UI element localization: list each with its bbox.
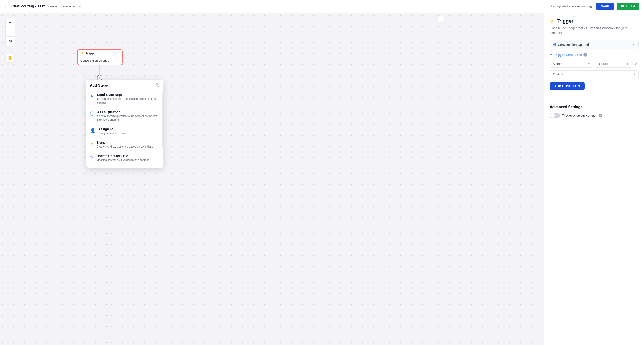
sidebar-trigger-icon: ⚡ (550, 19, 555, 24)
trigger-select-field[interactable]: ➊ Conversation Opened ▼ (550, 40, 638, 49)
step-assign-to-desc: Assign contact to a user (98, 131, 128, 135)
condition-source-select[interactable]: Source ▼ (550, 60, 593, 68)
contact-select-label: Contact (553, 73, 563, 76)
step-item-ask-question[interactable]: ⓘ Ask a Question Send a specific questio… (86, 108, 164, 125)
condition-operator-select[interactable]: is equal to ▼ (595, 60, 632, 68)
step-update-contact-name: Update Contact Field (96, 154, 148, 158)
step-send-message-name: Send a Message (97, 93, 160, 97)
step-branch-desc: Create workflow branches based on condit… (96, 145, 153, 149)
ask-question-icon: ⓘ (90, 111, 94, 117)
sidebar-collapse-button[interactable]: › (437, 16, 444, 23)
condition-source-chevron: ▼ (588, 62, 590, 66)
add-steps-title: Add Steps (90, 83, 108, 88)
toggle-knob (550, 113, 555, 118)
toggle-label: Trigger once per contact (562, 114, 596, 117)
trigger-node-icon: ⚡ (80, 51, 84, 55)
condition-row: Source ▼ is equal to ▼ ✕ (550, 60, 638, 68)
condition-remove-button[interactable]: ✕ (634, 61, 638, 67)
trigger-conditions-section: ▼ Trigger Conditions ? Source ▼ is equal… (550, 53, 638, 96)
step-item-send-message[interactable]: ► Send a Message Send a message with the… (86, 90, 164, 108)
sidebar-trigger-header: ⚡ Trigger (550, 18, 638, 24)
zoom-controls: + − ⊕ (6, 18, 15, 46)
add-condition-button[interactable]: ADD CONDITION (550, 82, 584, 90)
trigger-node-body: Conversation Opened (78, 57, 122, 64)
add-steps-header: Add Steps 🔍 (86, 80, 164, 90)
save-button[interactable]: SAVE (596, 3, 614, 10)
add-steps-popup: Add Steps 🔍 ► Send a Message Send a mess… (86, 80, 164, 168)
step-assign-to-name: Assign To (98, 127, 128, 131)
steps-list: ► Send a Message Send a message with the… (86, 90, 164, 165)
publish-button[interactable]: PUBLISH (616, 3, 640, 10)
sidebar-trigger-description: Choose the Trigger that will start this … (550, 26, 638, 36)
right-sidebar: ⚡ Trigger Choose the Trigger that will s… (544, 13, 644, 345)
header-left: ← Chat Routing - Test Serene - Newslette… (4, 4, 81, 9)
condition-source-label: Source (553, 62, 562, 66)
zoom-center-button[interactable]: ⊕ (6, 37, 15, 46)
sidebar-content: ⚡ Trigger Choose the Trigger that will s… (544, 13, 644, 124)
divider (550, 100, 638, 101)
contact-select-chevron: ▼ (633, 73, 636, 76)
send-message-icon: ► (90, 93, 94, 99)
step-branch-name: Branch (96, 141, 153, 144)
trigger-node-label: Trigger (86, 52, 96, 55)
zoom-out-button[interactable]: − (6, 28, 15, 37)
assign-to-icon: 👤 (90, 128, 96, 133)
header-title: Chat Routing - Test (11, 4, 44, 9)
step-ask-question-name: Ask a Question (97, 110, 160, 114)
contact-select[interactable]: Contact ▼ (550, 71, 638, 78)
sidebar-trigger-title: Trigger (556, 18, 574, 24)
conditions-title: Trigger Conditions (554, 53, 582, 57)
trigger-select-icon: ➊ (553, 43, 556, 47)
canvas[interactable]: › + − ⊕ ✋ ⚡ Trigger Conversation Opened … (0, 13, 544, 345)
conditions-chevron-icon: ▼ (550, 53, 552, 56)
branch-icon: ⚬ (90, 141, 94, 147)
step-item-assign-to[interactable]: 👤 Assign To Assign contact to a user (86, 125, 164, 138)
header-right: Last updated a few seconds ago SAVE PUBL… (551, 3, 640, 10)
connector-line (100, 66, 100, 76)
step-send-message-desc: Send a message with the specified conten… (97, 97, 160, 105)
conditions-header[interactable]: ▼ Trigger Conditions ? (550, 53, 638, 57)
step-item-branch[interactable]: ⚬ Branch Create workflow branches based … (86, 138, 164, 151)
popup-scrollbar (162, 93, 162, 148)
trigger-node-value: Conversation Opened (80, 59, 109, 62)
advanced-settings-section: Advanced Settings Trigger once per conta… (550, 105, 638, 118)
zoom-in-button[interactable]: + (6, 19, 15, 28)
toggle-row: Trigger once per contact ? (550, 113, 638, 118)
trigger-once-toggle[interactable] (550, 113, 560, 118)
header-subtitle: Serene - Newsletter (47, 5, 76, 8)
step-update-contact-desc: Modifies contact field values for the co… (96, 158, 148, 162)
main-layout: › + − ⊕ ✋ ⚡ Trigger Conversation Opened … (0, 13, 644, 345)
trigger-select-chevron: ▼ (632, 43, 635, 46)
step-item-update-contact[interactable]: ✎ Update Contact Field Modifies contact … (86, 151, 164, 165)
edit-icon[interactable]: ✏ (78, 5, 81, 8)
back-button[interactable]: ← (4, 4, 9, 9)
step-ask-question-desc: Send a specific question to the contact … (97, 114, 160, 122)
advanced-settings-title: Advanced Settings (550, 105, 638, 109)
last-updated-text: Last updated a few seconds ago (551, 5, 593, 8)
header: ← Chat Routing - Test Serene - Newslette… (0, 0, 644, 13)
condition-operator-label: is equal to (598, 62, 611, 66)
update-contact-icon: ✎ (90, 155, 94, 160)
trigger-node-header: ⚡ Trigger (78, 50, 122, 57)
conditions-help-icon[interactable]: ? (583, 53, 587, 57)
trigger-node[interactable]: ⚡ Trigger Conversation Opened (77, 49, 122, 65)
add-steps-search-button[interactable]: 🔍 (155, 83, 160, 88)
toggle-help-icon[interactable]: ? (598, 114, 602, 117)
condition-operator-chevron: ▼ (626, 62, 629, 66)
trigger-select-value: Conversation Opened (558, 43, 589, 47)
hand-tool-button[interactable]: ✋ (6, 54, 14, 63)
